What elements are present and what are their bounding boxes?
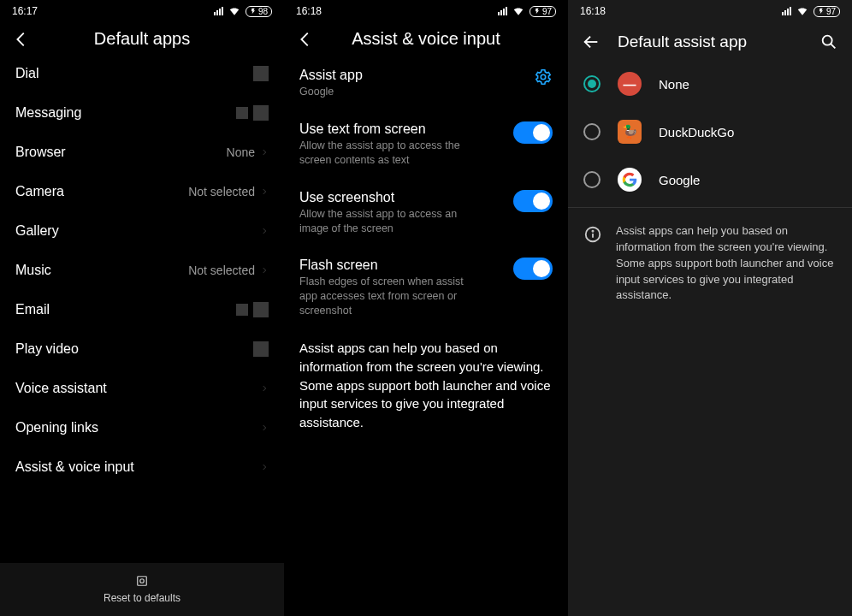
assist-app-row[interactable]: Assist app Google <box>284 54 568 108</box>
row-value <box>260 422 269 434</box>
app-option[interactable]: 🦆DuckDuckGo <box>568 108 852 156</box>
setting-row[interactable]: BrowserNone <box>0 133 284 172</box>
row-label: Assist & voice input <box>15 459 134 475</box>
svg-point-2 <box>541 74 546 80</box>
signal-icon <box>498 7 507 15</box>
setting-row[interactable]: Assist & voice input <box>0 447 284 487</box>
radio-button[interactable] <box>583 123 601 140</box>
toggle-title: Flash screen <box>299 258 505 273</box>
reset-icon <box>134 573 150 589</box>
google-icon <box>618 168 642 192</box>
toggle-row[interactable]: Use text from screenAllow the assist app… <box>284 108 568 176</box>
header: Assist & voice input <box>284 21 568 54</box>
row-label: Messaging <box>15 105 81 121</box>
setting-row[interactable]: MusicNot selected <box>0 251 284 290</box>
toggle-title: Use screenshot <box>299 190 505 205</box>
toggle-switch[interactable] <box>513 190 553 212</box>
page-title: Default apps <box>46 29 238 49</box>
page-title: Default assist app <box>618 33 802 51</box>
app-option[interactable]: —None <box>568 60 852 108</box>
row-label: Music <box>15 263 51 278</box>
radio-button[interactable] <box>583 171 601 188</box>
option-label: None <box>659 77 689 92</box>
none-icon: — <box>618 72 642 96</box>
signal-icon <box>214 7 223 15</box>
row-value <box>260 461 269 473</box>
info-icon <box>583 225 602 244</box>
toggle-row[interactable]: Use screenshotAllow the assist app to ac… <box>284 176 568 245</box>
clock: 16:17 <box>12 5 38 17</box>
gear-icon[interactable] <box>534 68 553 86</box>
app-placeholder-icon <box>253 341 269 357</box>
setting-row[interactable]: Opening links <box>0 408 284 447</box>
svg-point-8 <box>592 231 593 232</box>
header: Default assist app <box>568 21 852 60</box>
duckduckgo-icon: 🦆 <box>618 120 642 144</box>
row-label: Camera <box>15 184 64 199</box>
svg-line-5 <box>831 44 835 48</box>
toggle-switch[interactable] <box>513 258 553 280</box>
clock: 16:18 <box>580 5 606 17</box>
row-label: Browser <box>15 145 66 160</box>
row-value <box>236 302 269 317</box>
row-value: Not selected <box>188 185 269 198</box>
status-bar: 16:18 97 <box>284 0 568 21</box>
row-label: Play video <box>15 341 79 357</box>
page-title: Assist & voice input <box>330 29 522 49</box>
row-value: None <box>227 145 269 159</box>
wifi-icon <box>228 5 240 17</box>
battery-indicator: 98 <box>246 6 272 17</box>
svg-point-1 <box>140 579 145 583</box>
wifi-icon <box>796 5 808 17</box>
setting-row[interactable]: Dial <box>0 54 284 93</box>
assist-settings-list: Assist app Google Use text from screenAl… <box>284 54 568 616</box>
back-arrow-icon[interactable] <box>582 33 601 51</box>
setting-row[interactable]: Voice assistant <box>0 369 284 408</box>
setting-row[interactable]: Gallery <box>0 211 284 251</box>
app-option[interactable]: Google <box>568 156 852 204</box>
toggle-desc: Flash edges of screen when assist app ac… <box>299 275 479 318</box>
setting-row[interactable]: Play video <box>0 329 284 369</box>
setting-row[interactable]: CameraNot selected <box>0 172 284 211</box>
radio-button[interactable] <box>583 75 601 92</box>
setting-row[interactable]: Email <box>0 290 284 329</box>
svg-point-4 <box>823 36 832 45</box>
toggle-title: Use text from screen <box>299 121 505 137</box>
reset-label: Reset to defaults <box>104 592 180 604</box>
search-icon[interactable] <box>819 33 838 51</box>
back-icon[interactable] <box>296 30 315 49</box>
setting-row[interactable]: Messaging <box>0 93 284 133</box>
wifi-icon <box>512 5 524 17</box>
assist-voice-input-screen: 16:18 97 Assist & voice input Assist app… <box>284 0 568 616</box>
info-text: Assist apps can help you based on inform… <box>616 223 837 304</box>
status-bar: 16:18 97 <box>568 0 852 21</box>
reset-defaults-button[interactable]: Reset to defaults <box>0 563 284 616</box>
option-label: DuckDuckGo <box>659 125 734 139</box>
row-value <box>260 382 269 394</box>
row-value <box>253 66 269 81</box>
app-placeholder-icon <box>236 304 248 316</box>
default-assist-app-screen: 16:18 97 Default assist app —None🦆DuckDu… <box>568 0 852 616</box>
toggle-row[interactable]: Flash screenFlash edges of screen when a… <box>284 244 568 327</box>
toggle-desc: Allow the assist app to access the scree… <box>299 139 479 168</box>
assist-app-title: Assist app <box>299 68 525 83</box>
row-value: Not selected <box>188 264 269 277</box>
header: Default apps <box>0 21 284 54</box>
back-icon[interactable] <box>12 30 31 49</box>
battery-indicator: 97 <box>530 6 556 17</box>
info-row: Assist apps can help you based on inform… <box>568 211 852 316</box>
assist-app-value: Google <box>299 85 479 99</box>
toggle-desc: Allow the assist app to access an image … <box>299 207 479 236</box>
option-label: Google <box>659 173 700 187</box>
app-placeholder-icon <box>253 66 269 81</box>
app-placeholder-icon <box>253 302 269 317</box>
app-options-list: —None🦆DuckDuckGoGoogle <box>568 60 852 204</box>
row-label: Voice assistant <box>15 381 107 396</box>
clock: 16:18 <box>296 5 322 17</box>
status-bar: 16:17 98 <box>0 0 284 21</box>
row-value <box>236 105 269 121</box>
row-label: Opening links <box>15 420 98 435</box>
row-value <box>260 225 269 237</box>
settings-list: DialMessagingBrowserNoneCameraNot select… <box>0 54 284 563</box>
toggle-switch[interactable] <box>513 121 553 144</box>
